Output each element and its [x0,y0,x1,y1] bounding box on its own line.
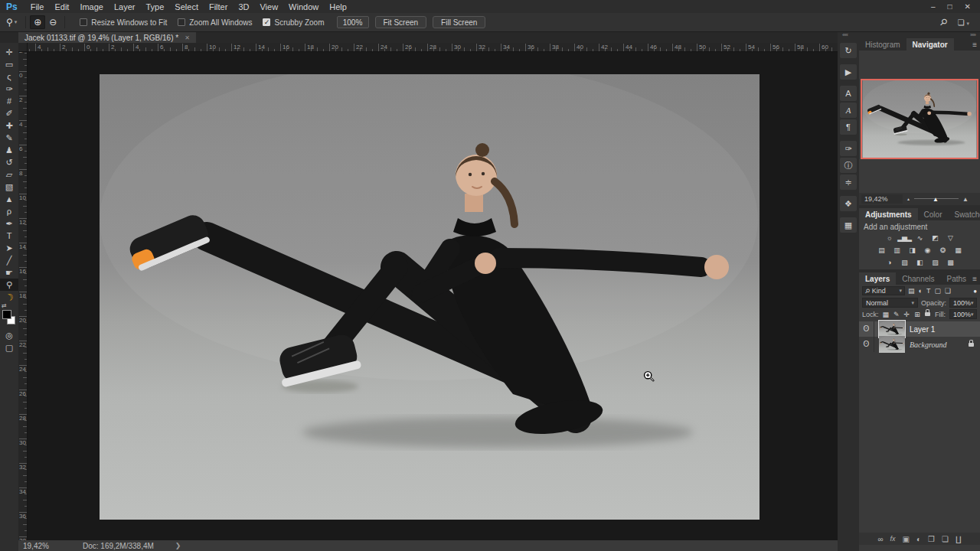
quick-selection-tool[interactable]: ✑ [0,83,18,95]
link-layers-icon[interactable]: ∞ [877,535,883,543]
hue-saturation-icon[interactable]: ▤ [876,246,887,256]
filter-shape-layers-icon[interactable]: ▢ [934,287,941,295]
menu-3d[interactable]: 3D [233,2,254,11]
glyphs-panel-icon[interactable]: A [840,103,857,118]
blur-tool[interactable]: ▲ [0,193,18,205]
zoom-all-windows-checkbox[interactable]: Zoom All Windows [178,18,252,27]
brightness-contrast-icon[interactable]: ☼ [884,233,895,243]
info-panel-icon[interactable]: ⓘ [840,158,857,173]
filter-smart-objects-icon[interactable]: ❏ [945,287,951,295]
color-swatches[interactable]: ⇄ [0,308,18,329]
layer-filter-kind-dropdown[interactable]: ⚲ Kind ▾ [862,286,905,295]
crop-tool[interactable]: # [0,95,18,107]
navigator-tab-histogram[interactable]: Histogram [859,38,906,51]
scrubby-zoom-checkbox[interactable]: ✓Scrubby Zoom [263,18,324,27]
layer-thumbnail[interactable] [879,321,905,337]
path-selection-tool[interactable]: ➤ [0,242,18,254]
lock-all-icon[interactable] [925,312,930,316]
layers-tab-channels[interactable]: Channels [896,272,940,285]
navigator-zoom-slider[interactable]: ▲ [914,194,959,204]
document-image[interactable] [100,74,760,520]
delete-layer-icon[interactable]: ∐ [956,535,962,543]
screen-mode-button[interactable]: ▢ [0,341,18,354]
fill-screen-button[interactable]: Fill Screen [433,16,485,28]
workspace-switcher[interactable]: ❏ ▾ [958,18,969,27]
clone-stamp-tool[interactable]: ♟ [0,144,18,156]
foreground-color-swatch[interactable] [2,310,11,319]
zoom-out-mode-button[interactable]: ⊖ [45,15,60,29]
threshold-icon[interactable]: ◧ [914,258,926,268]
layer-visibility-eye-icon[interactable]: ʘ [859,337,874,352]
lock-artboard-icon[interactable]: ⊞ [914,311,920,318]
selective-color-icon[interactable]: ▩ [945,258,956,268]
navigator-proxy-view[interactable] [861,79,978,159]
document-tab[interactable]: Jacek 01133.tif @ 19,4% (Layer 1, RGB/16… [18,32,196,43]
layer-effects-icon[interactable]: fx [890,535,896,543]
add-layer-mask-icon[interactable]: ▣ [903,535,910,543]
color-lookup-icon[interactable]: ▦ [952,246,964,256]
history-brush-tool[interactable]: ↺ [0,156,18,168]
zoom-in-mode-button[interactable]: ⊕ [30,15,45,29]
minimize-button[interactable]: – [931,2,936,11]
status-expand-icon[interactable]: ❯ [175,542,181,549]
posterize-icon[interactable]: ▧ [899,258,910,268]
gradient-map-icon[interactable]: ▨ [929,258,941,268]
new-layer-icon[interactable]: ❏ [942,535,949,543]
new-group-icon[interactable]: ❒ [928,535,935,543]
hand-tool[interactable]: ☛ [0,266,18,279]
layers-panel-menu-icon[interactable]: ≡ [972,275,977,283]
navigator-panel-menu-icon[interactable]: ≡ [972,41,977,49]
blend-mode-dropdown[interactable]: Normal ▾ [862,298,918,308]
layers-tab-layers[interactable]: Layers [859,272,896,285]
lock-position-icon[interactable]: ✛ [904,311,910,318]
lasso-tool[interactable]: ς [0,70,18,83]
vibrance-icon[interactable]: ▽ [945,233,956,243]
menu-image[interactable]: Image [74,2,109,11]
rectangular-marquee-tool[interactable]: ▭ [0,58,18,70]
navigator-zoom-field[interactable]: 19,42% [861,194,903,204]
swap-colors-icon[interactable]: ⇄ [2,302,7,309]
photo-filter-icon[interactable]: ◉ [922,246,933,256]
channel-mixer-icon[interactable]: ❂ [937,246,949,256]
cc-libraries-panel-icon[interactable]: ▦ [840,217,857,233]
menu-filter[interactable]: Filter [204,2,233,11]
canvas-pasteboard[interactable] [28,52,838,540]
brush-tool[interactable]: ✎ [0,132,18,144]
menu-select[interactable]: Select [169,2,204,11]
layer-visibility-eye-icon[interactable]: ʘ [859,321,874,337]
color-balance-icon[interactable]: ▥ [891,246,903,256]
menu-layer[interactable]: Layer [109,2,141,11]
menu-help[interactable]: Help [324,2,352,11]
actions-panel-icon[interactable]: ▶ [840,64,857,80]
resize-windows-to-fit-checkbox[interactable]: Resize Windows to Fit [80,18,167,27]
zoom-out-icon[interactable]: ▲ [906,197,910,201]
adjustments-tab-adjustments[interactable]: Adjustments [859,208,918,220]
close-icon[interactable]: ✕ [185,34,190,41]
eraser-tool[interactable]: ▱ [0,168,18,181]
status-zoom-field[interactable]: 19,42% [18,542,69,550]
ruler-origin-box[interactable] [18,43,28,52]
layer-row[interactable]: ʘBackground [859,337,980,352]
libraries-panel-icon[interactable]: ❖ [840,196,857,211]
black-white-icon[interactable]: ◨ [906,246,918,256]
opacity-dropdown[interactable]: 100% ▾ [949,298,977,308]
zoom-percent-button[interactable]: 100% [337,16,369,28]
menu-window[interactable]: Window [283,2,324,11]
spot-healing-brush-tool[interactable]: ✚ [0,119,18,132]
quick-mask-button[interactable]: ◎ [0,329,18,341]
layer-row[interactable]: ʘLayer 1 [859,321,980,337]
layer-filter-toggle[interactable]: ● [973,288,977,295]
paragraph-panel-icon[interactable]: ¶ [840,119,857,135]
vertical-ruler[interactable]: 202468101214161820222426283032343638 [18,52,28,540]
menu-type[interactable]: Type [141,2,170,11]
lock-pixels-icon[interactable]: ✎ [893,311,900,318]
curves-icon[interactable]: ∿ [914,233,926,243]
slider-thumb[interactable]: ▲ [933,196,939,203]
fit-screen-button[interactable]: Fit Screen [375,16,427,28]
eyedropper-tool[interactable]: ✐ [0,107,18,119]
adjustments-tab-color[interactable]: Color [918,208,949,220]
menu-view[interactable]: View [254,2,283,11]
search-icon[interactable]: ⚲ [937,16,949,28]
pen-tool[interactable]: ✒ [0,217,18,230]
filter-type-layers-icon[interactable]: T [926,287,931,295]
